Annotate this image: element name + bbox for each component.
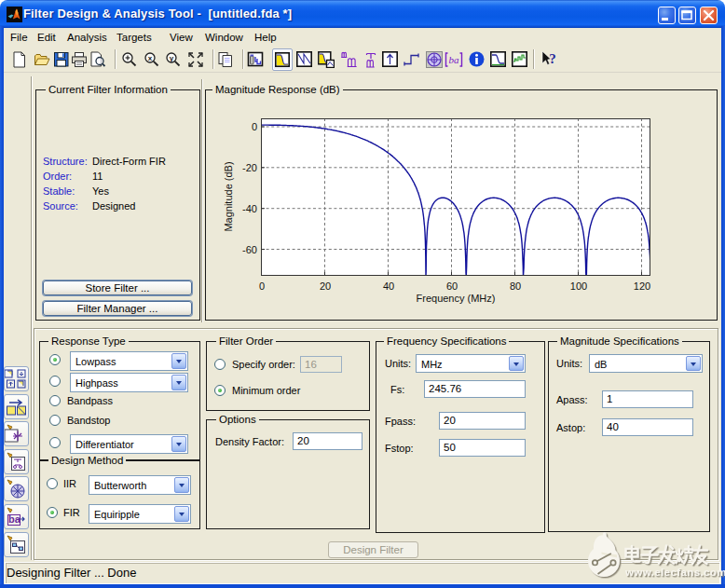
svg-text:y: y: [170, 54, 174, 62]
svg-text:?: ?: [549, 51, 556, 66]
svg-text:ba: ba: [449, 54, 460, 65]
svg-text:www.elecfans.com: www.elecfans.com: [624, 567, 725, 578]
svg-text:x: x: [148, 54, 153, 62]
